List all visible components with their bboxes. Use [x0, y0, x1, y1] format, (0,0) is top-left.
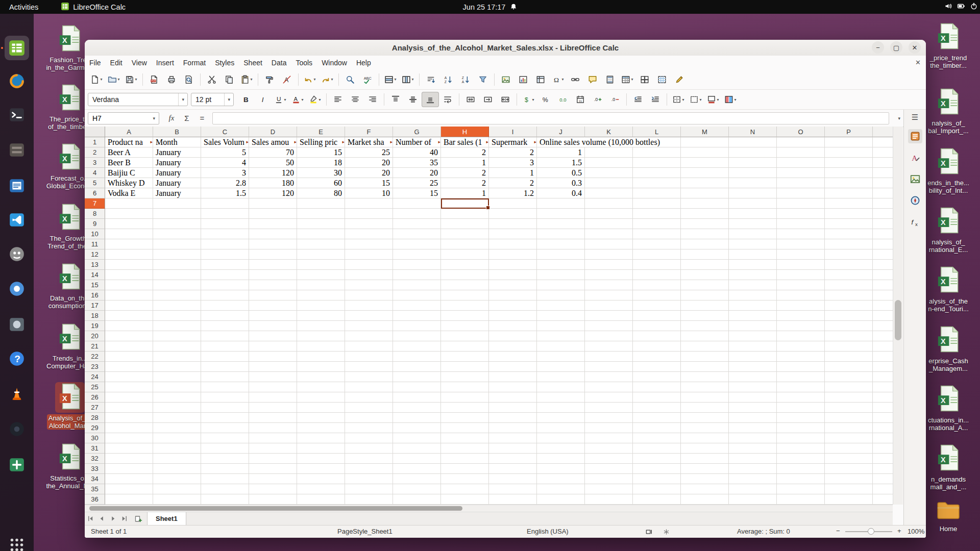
cell-G19[interactable]	[393, 321, 441, 331]
cell-Q14[interactable]	[873, 270, 893, 280]
cell-F22[interactable]	[345, 352, 393, 362]
cell-P8[interactable]	[825, 209, 873, 219]
cell-M1[interactable]	[681, 137, 729, 147]
cell-E4[interactable]: 30	[297, 168, 345, 178]
cell-G8[interactable]	[393, 209, 441, 219]
cell-K33[interactable]	[585, 464, 633, 474]
cell-Q23[interactable]	[873, 362, 893, 372]
cell-C18[interactable]	[201, 311, 249, 321]
cell-P1[interactable]	[825, 137, 873, 147]
cell-H17[interactable]	[441, 300, 489, 311]
cell-M6[interactable]	[681, 188, 729, 198]
cell-K11[interactable]	[585, 239, 633, 249]
cell-D33[interactable]	[249, 464, 297, 474]
cell-M18[interactable]	[681, 311, 729, 321]
column-header-P[interactable]: P	[825, 127, 873, 137]
insert-column-button[interactable]: ▾	[399, 72, 416, 87]
cell-C34[interactable]	[201, 474, 249, 484]
font-color-dropdown-arrow[interactable]: ▾	[301, 97, 303, 102]
new-document-button[interactable]: ▾	[88, 72, 105, 87]
row-header-24[interactable]: 24	[85, 372, 105, 382]
cell-M10[interactable]	[681, 229, 729, 239]
cell-H12[interactable]	[441, 249, 489, 260]
cell-Q31[interactable]	[873, 443, 893, 454]
selection-fill-handle[interactable]	[486, 206, 490, 210]
column-header-K[interactable]: K	[585, 127, 633, 137]
cell-F26[interactable]	[345, 392, 393, 403]
cell-O33[interactable]	[777, 464, 825, 474]
cell-I35[interactable]	[489, 484, 537, 494]
cell-Q26[interactable]	[873, 392, 893, 403]
cell-Q6[interactable]	[873, 188, 893, 198]
cell-O16[interactable]	[777, 290, 825, 300]
clone-formatting-button[interactable]	[261, 72, 278, 87]
cell-H4[interactable]: 2	[441, 168, 489, 178]
paste-button[interactable]: ▾	[238, 72, 255, 87]
column-header-D[interactable]: D	[249, 127, 297, 137]
cell-I7[interactable]	[489, 198, 537, 209]
cell-C3[interactable]: 4	[201, 158, 249, 168]
cell-D21[interactable]	[249, 341, 297, 352]
cell-D23[interactable]	[249, 362, 297, 372]
cell-E11[interactable]	[297, 239, 345, 249]
cell-A33[interactable]	[105, 464, 153, 474]
volume-icon[interactable]	[944, 2, 952, 12]
underline-button[interactable]: U▾	[272, 92, 289, 107]
format-currency-button[interactable]: $▾	[520, 92, 537, 107]
cell-C7[interactable]	[201, 198, 249, 209]
cell-N26[interactable]	[729, 392, 777, 403]
cell-J6[interactable]: 0.4	[537, 188, 585, 198]
cell-A34[interactable]	[105, 474, 153, 484]
cell-H27[interactable]	[441, 403, 489, 413]
cell-J14[interactable]	[537, 270, 585, 280]
cell-D6[interactable]: 120	[249, 188, 297, 198]
cell-F20[interactable]	[345, 331, 393, 341]
cell-G6[interactable]: 15	[393, 188, 441, 198]
cell-A27[interactable]	[105, 403, 153, 413]
row-header-11[interactable]: 11	[85, 239, 105, 249]
cell-E28[interactable]	[297, 413, 345, 423]
cell-A6[interactable]: Vodka E	[105, 188, 153, 198]
font-size-combo[interactable]: 12 pt ▾	[191, 93, 234, 106]
cell-C32[interactable]	[201, 454, 249, 464]
cell-C15[interactable]	[201, 280, 249, 290]
cell-K20[interactable]	[585, 331, 633, 341]
cell-E12[interactable]	[297, 249, 345, 260]
cell-A24[interactable]	[105, 372, 153, 382]
activities-button[interactable]: Activities	[0, 0, 47, 14]
cell-K23[interactable]	[585, 362, 633, 372]
cell-P32[interactable]	[825, 454, 873, 464]
cell-P36[interactable]	[825, 494, 873, 505]
cell-Q19[interactable]	[873, 321, 893, 331]
cell-K25[interactable]	[585, 382, 633, 392]
cell-J23[interactable]	[537, 362, 585, 372]
column-header-N[interactable]: N	[729, 127, 777, 137]
cell-P11[interactable]	[825, 239, 873, 249]
cell-H32[interactable]	[441, 454, 489, 464]
cell-G35[interactable]	[393, 484, 441, 494]
close-document-button[interactable]: ✕	[915, 59, 921, 66]
first-sheet-button[interactable]	[85, 513, 96, 524]
cell-B23[interactable]	[153, 362, 201, 372]
wrap-text-button[interactable]	[439, 92, 456, 107]
cell-L35[interactable]	[633, 484, 681, 494]
cell-J27[interactable]	[537, 403, 585, 413]
window-titlebar[interactable]: Analysis_of_the_Alcohol_Market_Sales.xls…	[85, 40, 926, 56]
cell-I6[interactable]: 1.2	[489, 188, 537, 198]
menu-data[interactable]: Data	[267, 56, 291, 69]
cell-J17[interactable]	[537, 300, 585, 311]
cell-J10[interactable]	[537, 229, 585, 239]
cell-I28[interactable]	[489, 413, 537, 423]
row-header-3[interactable]: 3	[85, 158, 105, 168]
cell-Q12[interactable]	[873, 249, 893, 260]
row-header-22[interactable]: 22	[85, 352, 105, 362]
cell-J28[interactable]	[537, 413, 585, 423]
cell-Q22[interactable]	[873, 352, 893, 362]
find-replace-button[interactable]	[341, 72, 359, 87]
cell-I26[interactable]	[489, 392, 537, 403]
cell-J13[interactable]	[537, 260, 585, 270]
desktop-file-nalysis_of_[interactable]: Xnalysis_of_bal_Import_...	[919, 87, 978, 135]
cell-P26[interactable]	[825, 392, 873, 403]
row-header-33[interactable]: 33	[85, 464, 105, 474]
cell-K26[interactable]	[585, 392, 633, 403]
